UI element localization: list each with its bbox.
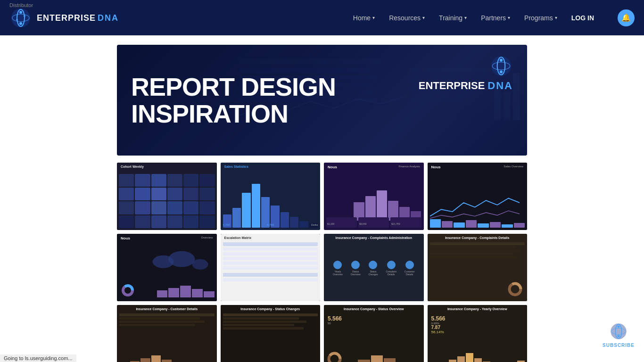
status-bar: Going to ls.userguiding.com... bbox=[0, 354, 76, 362]
thumb-title-6: Escalation Matrix bbox=[224, 236, 252, 239]
brand-enterprise: ENTERPRISE bbox=[37, 14, 96, 22]
svg-point-40 bbox=[618, 335, 620, 337]
cust-bars bbox=[119, 355, 215, 362]
line-chart-4 bbox=[430, 194, 520, 221]
nav-home[interactable]: Home ▾ bbox=[353, 14, 375, 22]
bar-row-4 bbox=[430, 219, 525, 228]
nav-login[interactable]: LOG IN bbox=[571, 14, 594, 22]
kpi-row: $1,200 $9,540 $21,750 bbox=[326, 217, 421, 228]
distributor-label: Distributor bbox=[9, 2, 33, 8]
thumb-title-10: Insurance Company - Status Changes bbox=[240, 307, 300, 311]
thumb-grid-1 bbox=[117, 172, 217, 230]
svg-point-28 bbox=[169, 251, 195, 267]
thumb-title-9: Insurance Company - Customer Details bbox=[136, 307, 198, 311]
thumb-subtitle-4: Sales Overview bbox=[504, 165, 523, 168]
hero-banner: REPORT DESIGN INSPIRATION ENTERPRISE DNA bbox=[117, 45, 527, 156]
svg-point-4 bbox=[19, 22, 22, 25]
gallery-grid: Cohort Weekly Sales Statistics bbox=[117, 163, 527, 362]
hero-brand-dna: DNA bbox=[487, 80, 513, 92]
bell-icon: 🔔 bbox=[621, 13, 631, 22]
chevron-down-icon: ▾ bbox=[555, 15, 557, 20]
bars-11 bbox=[345, 355, 421, 362]
donut-11 bbox=[326, 351, 343, 362]
hero-text: REPORT DESIGN INSPIRATION bbox=[117, 64, 350, 136]
hero-title-line2: INSPIRATION bbox=[131, 100, 336, 127]
brown-table bbox=[430, 242, 525, 258]
thumb-title-8: Insurance Company - Complaints Details bbox=[445, 236, 509, 239]
kpi-11: 5.566 50 bbox=[328, 315, 342, 325]
dna-logo-icon bbox=[9, 7, 32, 29]
bars-5 bbox=[157, 286, 215, 297]
thumb-subtitle-3: Finance Analysis bbox=[398, 165, 420, 168]
navigation: Distributor ENTERPRISE DNA Home ▾ Resour… bbox=[0, 0, 644, 35]
gallery-item[interactable]: Nous Overview bbox=[117, 234, 217, 301]
bars-12 bbox=[449, 353, 525, 362]
status-bar-text: Going to ls.userguiding.com... bbox=[4, 355, 73, 361]
gallery-item[interactable]: Nous Sales Overview bbox=[428, 163, 528, 230]
gallery-item[interactable]: Escalation Matrix bbox=[221, 234, 321, 301]
map-svg-5 bbox=[147, 243, 211, 280]
nav-links: Home ▾ Resources ▾ Training ▾ Partners ▾… bbox=[353, 9, 635, 26]
chevron-down-icon: ▾ bbox=[422, 15, 425, 20]
subscribe-button[interactable]: SUBSCRIBE bbox=[603, 322, 635, 348]
nav-training[interactable]: Training ▾ bbox=[439, 14, 467, 22]
thumb-title-5: Nous bbox=[121, 236, 130, 240]
svg-point-5 bbox=[24, 15, 25, 17]
chevron-down-icon: ▾ bbox=[464, 15, 467, 20]
svg-point-26 bbox=[500, 70, 503, 73]
nav-partners[interactable]: Partners ▾ bbox=[481, 14, 510, 22]
purple-bars bbox=[354, 190, 421, 221]
chevron-down-icon: ▾ bbox=[372, 15, 375, 20]
cust-rows bbox=[119, 313, 215, 326]
brand-dna: DNA bbox=[98, 14, 119, 22]
notification-bell[interactable]: 🔔 bbox=[618, 9, 635, 26]
gallery-item[interactable]: Sales Statistics 4,700 4,780 Delta bbox=[221, 163, 321, 230]
hero-title-line1: REPORT DESIGN bbox=[131, 74, 336, 100]
thumb-title-7: Insurance Company - Complaints Administr… bbox=[336, 236, 412, 239]
hero-logo: ENTERPRISE DNA bbox=[419, 54, 513, 92]
histogram-bars bbox=[223, 184, 318, 228]
subscribe-dna-icon bbox=[609, 322, 628, 341]
nav-resources[interactable]: Resources ▾ bbox=[389, 14, 425, 22]
thumb-title-2: Sales Statistics bbox=[224, 165, 248, 168]
gallery-item[interactable]: Nous Finance Analysis $1,200 $9,540 $21,… bbox=[324, 163, 424, 230]
thumb-title-1: Cohort Weekly bbox=[121, 165, 144, 168]
gallery-item[interactable]: Cohort Weekly bbox=[117, 163, 217, 230]
svg-point-25 bbox=[500, 58, 503, 61]
svg-point-3 bbox=[19, 11, 22, 14]
histogram-stats: 4,700 4,780 Delta bbox=[223, 223, 318, 226]
thumb-title-3: Nous bbox=[328, 165, 337, 169]
kpi-12: 5.566 0.90% 7.87 56.14% bbox=[431, 315, 446, 334]
gallery-item[interactable]: Insurance Company - Customer Details bbox=[117, 305, 217, 362]
svg-point-6 bbox=[16, 19, 18, 21]
thumb-title-4: Nous bbox=[431, 165, 441, 169]
svg-point-29 bbox=[192, 259, 208, 269]
gallery-item[interactable]: Insurance Company - Yearly Overview 5.56… bbox=[428, 305, 528, 362]
table-rows-6 bbox=[223, 242, 318, 281]
hero-brand-enterprise: ENTERPRISE bbox=[419, 80, 485, 92]
gallery-item[interactable]: Insurance Company - Complaints Administr… bbox=[324, 234, 424, 301]
thumb-title-12: Insurance Company - Yearly Overview bbox=[447, 307, 507, 311]
donut-8 bbox=[507, 281, 523, 297]
brand-name: ENTERPRISE DNA bbox=[37, 14, 119, 22]
ins-icons-7: YearlyOverview StatusOverview StatusChan… bbox=[329, 261, 419, 276]
gallery-item[interactable]: Insurance Company - Status Changes bbox=[221, 305, 321, 362]
gallery-item[interactable]: Insurance Company - Status Overview 5.56… bbox=[324, 305, 424, 362]
nav-logo-area: ENTERPRISE DNA bbox=[9, 7, 119, 29]
nav-programs[interactable]: Programs ▾ bbox=[524, 14, 557, 22]
hero-dna-icon bbox=[489, 54, 513, 78]
subscribe-label: SUBSCRIBE bbox=[603, 343, 635, 348]
gallery-item[interactable]: Insurance Company - Complaints Details bbox=[428, 234, 528, 301]
thumb-subtitle-5: Overview bbox=[201, 236, 213, 239]
thumb-title-11: Insurance Company - Status Overview bbox=[344, 307, 404, 311]
chevron-down-icon: ▾ bbox=[508, 15, 510, 20]
status-rows bbox=[223, 313, 318, 329]
svg-point-39 bbox=[618, 326, 620, 328]
donut-5 bbox=[121, 283, 135, 297]
